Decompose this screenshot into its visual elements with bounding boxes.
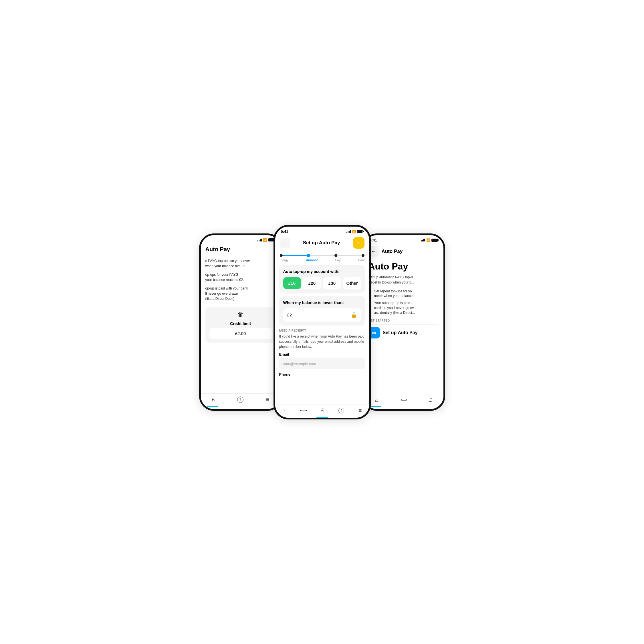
center-nav-payment[interactable]: £ [321, 408, 324, 414]
center-bottom-nav: ⌂ •—• £ ? ≡ [275, 405, 369, 418]
left-nav-help[interactable]: ? [237, 397, 243, 403]
center-payment-icon: £ [321, 408, 324, 414]
right-status-icons: 📶 [421, 238, 438, 242]
progress-steps: Energy Amount Pay Done [275, 251, 369, 262]
right-home-icon: ⌂ [375, 397, 378, 403]
credit-limit-label: Credit limit [209, 321, 272, 326]
center-status-time: 9:41 [281, 229, 288, 234]
center-menu-icon: ≡ [359, 408, 362, 414]
step-line-3 [337, 255, 362, 256]
activity-icon: •—• [300, 408, 307, 413]
step-dot-pay [334, 254, 337, 257]
balance-input[interactable]: £2 🔒 [283, 308, 361, 322]
left-status-bar: 📶 [201, 235, 280, 243]
center-phone: 9:41 📶 ← Set up Auto Pay ⚡ [274, 225, 371, 419]
divider [368, 324, 439, 325]
left-body3: op-up is paid with your bankll never go … [205, 286, 276, 301]
step-line-2 [310, 255, 334, 256]
setup-btn-label: Set up Auto Pay [383, 330, 418, 335]
trash-icon[interactable]: 🗑 [237, 311, 244, 318]
signal-icon [257, 239, 262, 241]
left-nav-menu[interactable]: ≡ [266, 397, 269, 403]
left-content: Auto Pay c PAYG top-ups so you neverwhen… [201, 243, 280, 407]
right-main-title: Auto Pay [368, 261, 439, 272]
right-nav-home[interactable]: ⌂ [375, 397, 378, 403]
right-signal-icon [421, 239, 425, 241]
check-item-1: ✓ Set repeat top-ups for yo...meter when… [368, 289, 439, 299]
step-dot-amount [307, 254, 310, 257]
lightning-icon: ⚡ [355, 239, 362, 246]
check-text-1: Set repeat top-ups for yo...meter when y… [374, 289, 416, 299]
step-line-1 [283, 255, 307, 256]
email-label: Email [279, 352, 365, 356]
setup-auto-pay-button[interactable]: ∞ Set up Auto Pay [368, 327, 439, 338]
left-body1: c PAYG top-ups so you neverwhen your bal… [205, 258, 276, 269]
center-nav-indicator [316, 417, 328, 418]
amount-btn-20[interactable]: £20 [303, 277, 321, 289]
left-phone: 📶 Auto Pay c PAYG top-ups so you neverwh… [199, 233, 282, 411]
right-page-title: Auto Pay [382, 249, 403, 254]
email-input[interactable]: sam@example.com [279, 358, 365, 369]
infinity-icon: ∞ [372, 330, 376, 336]
right-activity-icon: •—• [401, 398, 407, 402]
back-arrow-icon: ← [283, 240, 287, 245]
step-label-done: Done [358, 258, 365, 262]
center-nav-activity[interactable]: •—• [300, 408, 307, 413]
right-battery-icon [431, 239, 438, 242]
center-back-button[interactable]: ← [280, 238, 290, 248]
right-status-bar: 9:41 📶 [364, 235, 443, 243]
center-top-bar: ← Set up Auto Pay ⚡ [275, 235, 369, 251]
home-icon: ⌂ [282, 408, 286, 414]
trash-icon-wrap: 🗑 [209, 311, 272, 318]
step-dot-energy [280, 254, 283, 257]
check-item-2: ✓ Your auto top-up is paid...card, so yo… [368, 301, 439, 315]
right-wifi-icon: 📶 [426, 238, 430, 242]
phone-label: Phone [279, 372, 365, 377]
center-battery-icon [357, 230, 363, 233]
step-label-energy: Energy [279, 258, 289, 262]
step-label-amount: Amount [306, 258, 318, 262]
amount-options: £10 £20 £30 Other [283, 277, 361, 289]
balance-card-title: When my balance is lower than: [283, 300, 361, 305]
center-page-title: Set up Auto Pay [303, 240, 340, 246]
left-nav-payment[interactable]: £ [212, 397, 215, 403]
dots-and-lines [275, 254, 369, 257]
payment-icon: £ [212, 397, 215, 403]
right-back-arrow-icon: ← [371, 249, 376, 254]
left-bottom-nav: £ ? ≡ [201, 393, 280, 407]
right-nav-payment[interactable]: £ [429, 397, 432, 403]
center-nav-help[interactable]: ? [338, 408, 344, 413]
center-help-icon: ? [338, 408, 344, 413]
right-nav-activity[interactable]: •—• [401, 398, 407, 402]
right-phone: 9:41 📶 ← [362, 233, 445, 411]
receipt-label: NEED A RECEIPT? [279, 329, 365, 332]
lock-icon: 🔒 [351, 312, 357, 318]
balance-card: When my balance is lower than: £2 🔒 [279, 296, 365, 326]
center-status-bar: 9:41 📶 [275, 227, 369, 235]
step-label-pay: Pay [335, 258, 340, 262]
center-nav-home[interactable]: ⌂ [282, 408, 286, 414]
receipt-section: NEED A RECEIPT? If you'd like a receipt … [275, 329, 369, 377]
amount-btn-30[interactable]: £30 [323, 277, 341, 289]
scene: 📶 Auto Pay c PAYG top-ups so you neverwh… [165, 225, 479, 419]
right-payment-icon: £ [429, 397, 432, 403]
balance-value: £2 [287, 312, 292, 317]
amount-btn-10[interactable]: £10 [283, 277, 301, 289]
topup-card-title: Auto top-up my account with: [283, 269, 361, 274]
center-status-icons: 📶 [346, 230, 363, 233]
center-nav-menu[interactable]: ≡ [359, 408, 362, 414]
check-text-2: Your auto top-up is paid...card, so you'… [374, 301, 417, 315]
lightning-button[interactable]: ⚡ [353, 237, 364, 249]
right-top-bar: ← Auto Pay [368, 246, 439, 257]
credit-limit-section: 🗑 Credit limit £2.00 [205, 307, 276, 343]
menu-icon: ≡ [266, 397, 269, 403]
credit-limit-value: £2.00 [209, 328, 272, 339]
help-icon: ? [237, 397, 243, 403]
right-bottom-nav: ⌂ •—• £ [364, 394, 443, 407]
topup-card: Auto top-up my account with: £10 £20 £30… [279, 265, 365, 293]
get-started-label: GET STARTED [368, 319, 439, 322]
amount-btn-other[interactable]: Other [343, 277, 361, 289]
receipt-description: If you'd like a receipt when your Auto P… [279, 334, 365, 349]
left-status-icons: 📶 [257, 238, 275, 242]
left-title: Auto Pay [205, 246, 276, 253]
